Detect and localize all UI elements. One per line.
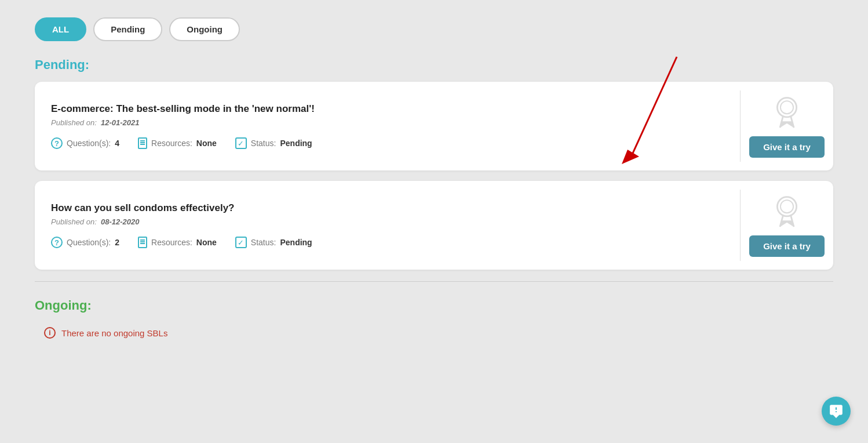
svg-marker-4	[780, 121, 794, 128]
question-icon: ?	[51, 137, 63, 149]
resource-icon	[138, 137, 147, 149]
card-2-published-date: 08-12-2020	[101, 217, 140, 226]
svg-point-6	[780, 200, 793, 213]
section-divider	[35, 281, 833, 282]
card-2-try-button[interactable]: Give it a try	[749, 235, 825, 257]
card-2-resources-label: Resources:	[151, 238, 192, 247]
card-1-questions-label: Question(s):	[67, 139, 111, 148]
filter-bar: ALL Pending Ongoing	[35, 17, 833, 41]
ongoing-section-heading: Ongoing:	[35, 298, 833, 313]
card-1-status: ✓ Status: Pending	[235, 137, 312, 149]
card-1-resources: Resources: None	[138, 137, 217, 149]
card-1-status-value: Pending	[280, 139, 312, 148]
filter-pending-button[interactable]: Pending	[93, 17, 162, 41]
info-icon: i	[44, 327, 56, 339]
filter-all-button[interactable]: ALL	[35, 17, 86, 41]
svg-point-1	[780, 101, 793, 114]
card-1-published-label: Published on:	[51, 118, 97, 127]
card-2-questions: ? Question(s): 2	[51, 237, 119, 248]
award-icon-1	[771, 95, 803, 129]
card-2-left: How can you sell condoms effectively? Pu…	[35, 190, 741, 261]
filter-ongoing-button[interactable]: Ongoing	[169, 17, 240, 41]
card-2-questions-label: Question(s):	[67, 238, 111, 247]
award-icon-2	[771, 194, 803, 228]
svg-marker-9	[780, 220, 794, 227]
card-1-status-label: Status:	[251, 139, 276, 148]
card-1-questions: ? Question(s): 4	[51, 137, 119, 149]
question-icon-2: ?	[51, 237, 63, 248]
card-1-resources-value: None	[196, 139, 217, 148]
status-icon-2: ✓	[235, 237, 247, 248]
card-2-status-label: Status:	[251, 238, 276, 247]
card-2-status: ✓ Status: Pending	[235, 237, 312, 248]
no-ongoing-text: There are no ongoing SBLs	[61, 328, 167, 338]
card-1-left: E-commerce: The best-selling mode in the…	[35, 90, 741, 162]
chat-fab-button[interactable]	[822, 397, 851, 426]
card-1-title: E-commerce: The best-selling mode in the…	[51, 103, 724, 115]
status-icon: ✓	[235, 137, 247, 149]
card-1: E-commerce: The best-selling mode in the…	[35, 82, 833, 170]
card-2-right: Give it a try	[741, 181, 833, 270]
card-1-published-date: 12-01-2021	[101, 118, 140, 127]
resource-icon-2	[138, 237, 147, 248]
card-2-questions-count: 2	[115, 238, 119, 247]
card-1-meta: ? Question(s): 4 Resources: None ✓ Statu…	[51, 137, 724, 149]
card-2-status-value: Pending	[280, 238, 312, 247]
card-2-published: Published on: 08-12-2020	[51, 217, 724, 226]
no-ongoing-message: i There are no ongoing SBLs	[35, 322, 833, 343]
card-2-title: How can you sell condoms effectively?	[51, 202, 724, 214]
pending-section-heading: Pending:	[35, 57, 833, 72]
card-2: How can you sell condoms effectively? Pu…	[35, 181, 833, 270]
card-2-resources: Resources: None	[138, 237, 217, 248]
card-1-try-button[interactable]: Give it a try	[749, 136, 825, 158]
card-2-published-label: Published on:	[51, 217, 97, 226]
card-2-resources-value: None	[196, 238, 217, 247]
card-1-right: Give it a try	[741, 82, 833, 170]
card-1-resources-label: Resources:	[151, 139, 192, 148]
card-1-published: Published on: 12-01-2021	[51, 118, 724, 127]
card-2-meta: ? Question(s): 2 Resources: None ✓ Statu…	[51, 237, 724, 248]
card-1-questions-count: 4	[115, 139, 119, 148]
